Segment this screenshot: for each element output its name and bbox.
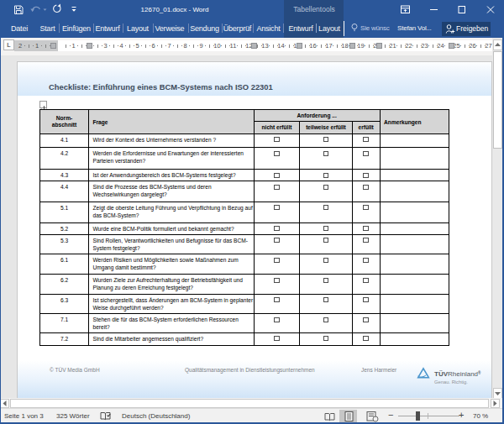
svg-text:Genau. Richtig.: Genau. Richtig. bbox=[434, 380, 468, 385]
svg-text:TÜVRheinland®: TÜVRheinland® bbox=[434, 370, 481, 379]
